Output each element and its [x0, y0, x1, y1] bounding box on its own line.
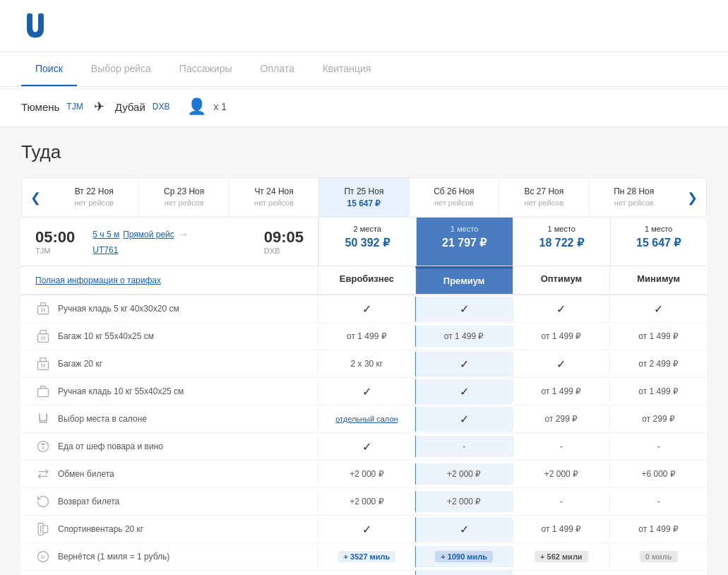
feature-label-8: Спортинвентарь 20 кг	[21, 516, 318, 543]
feature-value-8-3: от 1 499 ₽	[609, 518, 707, 540]
route-info: Тюмень TJM ✈ Дубай DXB 👤 x 1	[0, 87, 728, 127]
feature-value-1-3: от 1 499 ₽	[609, 326, 707, 347]
feature-value-5-1: -	[415, 436, 513, 457]
flight-card: 05:00 TJM 5 ч 5 м Прямой рейс → UT761	[21, 218, 707, 575]
tariff-info-link[interactable]: Полная информация о тарифах	[35, 275, 161, 285]
flight-arrive-code: DXB	[264, 247, 304, 255]
tariff-header-col-1[interactable]: 1 место 21 797 ₽	[416, 218, 513, 266]
feature-label-text-2: Багаж 20 кг	[58, 359, 102, 369]
svg-text:M: M	[41, 555, 45, 559]
date-item-2[interactable]: Чт 24 Ноя нет рейсов	[229, 178, 319, 217]
nav-item-passengers[interactable]: Пассажиры	[165, 52, 246, 86]
feature-label-text-3: Ручная кладь 10 кг 55х40х25 см	[58, 386, 184, 396]
tariff-name-col-3: Минимум	[609, 266, 707, 294]
feature-link-4[interactable]: отдельный салон	[335, 415, 398, 423]
passenger-count: x 1	[213, 101, 227, 112]
feature-value-3-0: ✓	[318, 379, 415, 404]
feature-value-1-2: от 1 499 ₽	[513, 326, 610, 347]
exchange-icon	[35, 466, 51, 482]
feature-label-text-7: Возврат билета	[58, 497, 119, 506]
feature-row-2: Багаж 20 кг 2 х 30 кг✓✓от 2 499 ₽	[21, 350, 707, 378]
flight-duration-link[interactable]: 5 ч 5 м	[93, 230, 119, 239]
feature-value-9-3: 0 миль	[609, 546, 707, 567]
tariff-table-header: Полная информация о тарифах ЕвробизнесПр…	[21, 266, 707, 295]
svg-rect-5	[38, 334, 49, 343]
nav-item-payment[interactable]: Оплата	[246, 52, 309, 86]
feature-label-text-8: Спортинвентарь 20 кг	[58, 524, 143, 534]
feature-label-0: Ручная кладь 5 кг 40х30х20 см	[21, 295, 318, 322]
features-container: Ручная кладь 5 кг 40х30х20 см ✓✓✓✓ Багаж…	[21, 295, 707, 571]
check-icon-0-3: ✓	[654, 303, 663, 315]
date-prev-button[interactable]: ❮	[22, 179, 49, 216]
feature-value-4-2: от 299 ₽	[513, 408, 610, 429]
feature-row-3: Ручная кладь 10 кг 55х40х25 см ✓✓от 1 49…	[21, 378, 707, 405]
svg-rect-9	[38, 362, 49, 370]
flight-route-arrow-icon: →	[178, 228, 189, 241]
feature-value-1-0: от 1 499 ₽	[318, 326, 415, 347]
vygodno-row: ВЫГОДНО	[21, 571, 707, 575]
feature-label-3: Ручная кладь 10 кг 55х40х25 см	[21, 378, 318, 405]
feature-label-5: Еда от шеф повара и вино	[21, 433, 318, 460]
date-item-1[interactable]: Ср 23 Ноя нет рейсов	[139, 178, 229, 217]
feature-value-2-3: от 2 499 ₽	[609, 353, 707, 374]
briefcase-icon	[35, 384, 51, 399]
nav-item-search[interactable]: Поиск	[21, 52, 77, 86]
feature-value-7-0: +2 000 ₽	[318, 491, 415, 512]
baggage-big-icon	[35, 356, 51, 372]
check-icon-4-1: ✓	[460, 413, 469, 425]
feature-value-7-1: +2 000 ₽	[415, 491, 513, 512]
check-icon-8-0: ✓	[362, 523, 371, 535]
tariff-header-col-2[interactable]: 1 место 18 722 ₽	[513, 218, 610, 266]
flight-depart-time: 05:00	[35, 228, 75, 247]
to-city: Дубай	[115, 101, 145, 113]
feature-label-text-0: Ручная кладь 5 кг 40х30х20 см	[58, 304, 179, 314]
feature-label-9: M Вернётся (1 миля = 1 рубль)	[21, 543, 318, 570]
flight-arrive-time: 09:05	[264, 228, 304, 247]
flight-header: 05:00 TJM 5 ч 5 м Прямой рейс → UT761	[21, 218, 707, 266]
feature-value-5-2: -	[513, 436, 610, 457]
feature-label-text-4: Выбор места в салоне	[58, 414, 147, 424]
feature-label-text-9: Вернётся (1 миля = 1 рубль)	[58, 552, 169, 562]
main-content: Туда ❮ Вт 22 Ноя нет рейсов Ср 23 Ноя не…	[0, 127, 728, 575]
feature-row-9: M Вернётся (1 миля = 1 рубль) + 3527 мил…	[21, 543, 707, 571]
feature-row-4: Выбор места в салоне отдельный салон✓от …	[21, 405, 707, 433]
from-code: TJM	[66, 102, 83, 112]
refund-icon	[35, 494, 51, 509]
passenger-icon: 👤	[187, 97, 206, 116]
date-item-6[interactable]: Пн 28 Ноя нет рейсов	[590, 178, 679, 217]
feature-value-4-0: отдельный салон	[318, 408, 415, 429]
date-item-4[interactable]: Сб 26 Ноя нет рейсов	[410, 178, 499, 217]
feature-value-9-0: + 3527 миль	[318, 546, 415, 567]
feature-value-2-1: ✓	[415, 352, 513, 377]
date-item-0[interactable]: Вт 22 Ноя нет рейсов	[49, 178, 139, 217]
tariff-header-col-3[interactable]: 1 место 15 647 ₽	[610, 218, 708, 266]
feature-value-0-0: ✓	[318, 297, 415, 321]
date-next-button[interactable]: ❯	[679, 179, 706, 216]
tariff-header-col-0[interactable]: 2 места 50 392 ₽	[318, 218, 416, 266]
seat-icon	[35, 411, 51, 427]
date-item-5[interactable]: Вс 27 Ноя нет рейсов	[499, 178, 589, 217]
nav-item-select-flight[interactable]: Выбор рейса	[77, 52, 165, 86]
svg-rect-1	[38, 306, 49, 314]
date-item-3[interactable]: Пт 25 Ноя 15 647 ₽	[319, 178, 409, 217]
tariff-table: Полная информация о тарифах ЕвробизнесПр…	[21, 266, 707, 575]
check-icon-5-0: ✓	[362, 441, 371, 453]
feature-value-6-3: +6 000 ₽	[609, 463, 707, 485]
feature-value-3-1: ✓	[415, 379, 513, 404]
flight-direct-link[interactable]: Прямой рейс	[123, 230, 174, 239]
feature-value-2-0: 2 х 30 кг	[318, 353, 415, 374]
check-icon-3-1: ✓	[460, 386, 469, 398]
to-code: DXB	[153, 102, 170, 112]
sport-icon	[35, 521, 51, 537]
svg-rect-4	[40, 331, 46, 334]
route-arrow-icon: ✈	[94, 99, 105, 114]
svg-rect-12	[38, 389, 49, 397]
nav-item-receipt[interactable]: Квитанция	[309, 52, 386, 86]
feature-label-text-1: Багаж 10 кг 55х40х25 см	[58, 331, 154, 341]
feature-value-3-2: от 1 499 ₽	[513, 381, 610, 402]
feature-label-7: Возврат билета	[21, 488, 318, 515]
feature-value-3-3: от 1 499 ₽	[609, 381, 707, 402]
feature-value-7-3: -	[609, 491, 707, 512]
flight-number-link[interactable]: UT761	[93, 245, 118, 255]
baggage-icon	[35, 328, 51, 344]
